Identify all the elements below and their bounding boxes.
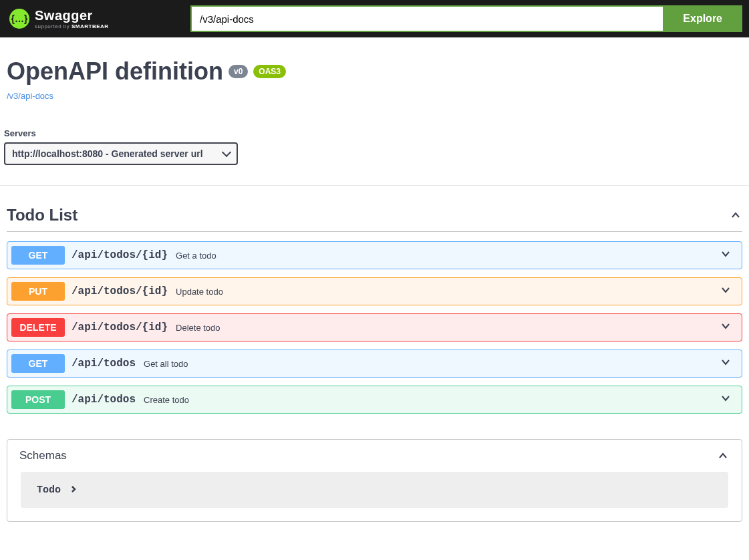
swagger-logo-text: Swagger bbox=[35, 9, 109, 22]
swagger-logo[interactable]: {…} Swagger supported by SMARTBEAR bbox=[9, 9, 109, 29]
operation-row[interactable]: GET/api/todosGet all todo bbox=[7, 349, 742, 378]
method-badge: DELETE bbox=[11, 318, 65, 337]
schema-item[interactable]: Todo bbox=[21, 472, 728, 508]
method-badge: POST bbox=[11, 390, 65, 409]
topbar: {…} Swagger supported by SMARTBEAR Explo… bbox=[0, 0, 749, 37]
operation-row[interactable]: POST/api/todosCreate todo bbox=[7, 386, 742, 414]
chevron-up-icon bbox=[716, 449, 730, 462]
operation-row[interactable]: PUT/api/todos/{id}Update todo bbox=[7, 277, 742, 305]
chevron-down-icon bbox=[719, 319, 732, 335]
method-badge: GET bbox=[11, 354, 65, 373]
operations-list: GET/api/todos/{id}Get a todoPUT/api/todo… bbox=[7, 241, 742, 414]
method-badge: GET bbox=[11, 246, 65, 265]
swagger-logo-text-group: Swagger supported by SMARTBEAR bbox=[35, 9, 109, 29]
schemas-header[interactable]: Schemas bbox=[7, 440, 742, 472]
operation-summary: Delete todo bbox=[176, 323, 220, 333]
tag-header-todo-list[interactable]: Todo List bbox=[7, 206, 742, 232]
chevron-up-icon bbox=[729, 208, 742, 222]
operation-path: /api/todos/{id} bbox=[71, 285, 168, 297]
version-badge: v0 bbox=[229, 65, 248, 78]
chevron-down-icon bbox=[719, 247, 732, 263]
server-select[interactable]: http://localhost:8080 - Generated server… bbox=[4, 142, 238, 165]
chevron-down-icon bbox=[719, 283, 732, 299]
chevron-down-icon bbox=[719, 392, 732, 408]
servers-section: Servers http://localhost:8080 - Generate… bbox=[0, 128, 749, 185]
api-info: OpenAPI definition v0 OAS3 /v3/api-docs bbox=[0, 37, 749, 128]
spec-url-form: Explore bbox=[190, 5, 742, 32]
operations-section: Todo List GET/api/todos/{id}Get a todoPU… bbox=[0, 185, 749, 522]
spec-link[interactable]: /v3/api-docs bbox=[7, 91, 53, 101]
operation-row[interactable]: GET/api/todos/{id}Get a todo bbox=[7, 241, 742, 269]
operation-summary: Get a todo bbox=[176, 251, 216, 261]
chevron-down-icon bbox=[719, 356, 732, 372]
operation-summary: Update todo bbox=[176, 287, 223, 297]
operation-row[interactable]: DELETE/api/todos/{id}Delete todo bbox=[7, 313, 742, 341]
swagger-logo-icon: {…} bbox=[9, 9, 29, 29]
method-badge: PUT bbox=[11, 282, 65, 301]
operation-path: /api/todos bbox=[71, 358, 136, 370]
schema-name: Todo bbox=[37, 484, 61, 496]
operation-path: /api/todos bbox=[71, 394, 136, 406]
swagger-logo-subtitle: supported by SMARTBEAR bbox=[35, 23, 109, 29]
tag-name: Todo List bbox=[7, 206, 78, 225]
chevron-right-icon bbox=[70, 484, 77, 496]
oas-badge: OAS3 bbox=[253, 65, 286, 78]
api-title: OpenAPI definition bbox=[7, 57, 223, 86]
operation-path: /api/todos/{id} bbox=[71, 249, 168, 261]
schemas-section: Schemas Todo bbox=[7, 439, 742, 522]
schemas-title: Schemas bbox=[19, 449, 67, 462]
operation-summary: Get all todo bbox=[144, 359, 188, 369]
operation-path: /api/todos/{id} bbox=[71, 321, 168, 333]
spec-url-input[interactable] bbox=[190, 5, 663, 32]
schema-list: Todo bbox=[7, 472, 742, 508]
operation-summary: Create todo bbox=[144, 395, 189, 405]
explore-button[interactable]: Explore bbox=[663, 5, 742, 32]
servers-label: Servers bbox=[4, 128, 749, 138]
server-select-wrap: http://localhost:8080 - Generated server… bbox=[4, 142, 238, 165]
